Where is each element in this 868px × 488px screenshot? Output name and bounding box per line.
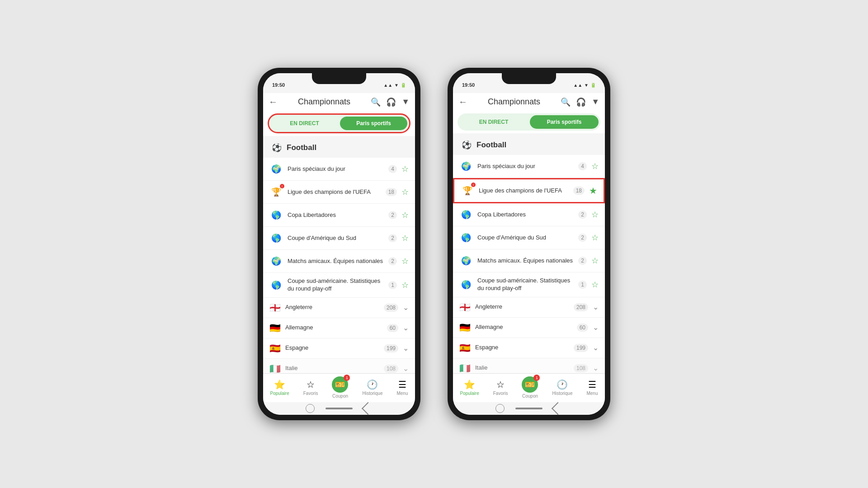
paris-speciaux-star-left[interactable]: ☆ [401,164,409,174]
list-item-copa-left[interactable]: 🌎 Copa Libertadores 2 ☆ [263,204,415,227]
nav-historique-left[interactable]: 🕐 Historique [362,379,382,396]
list-item-paris-speciaux-left[interactable]: 🌍 Paris spéciaux du jour 4 ☆ [263,158,415,181]
phone-frame-right: 19:50 ▲▲ ▼ 🔋 ← Championnats 🔍 🎧 ▼ [448,68,610,420]
home-btn-left[interactable] [306,404,315,413]
status-icons-left: ▲▲ ▼ 🔋 [383,83,406,88]
app-header-right: ← Championnats 🔍 🎧 ▼ [453,93,605,111]
list-item-ligue-right[interactable]: 🏆 ! Ligue des champions de l'UEFA 18 ★ [453,178,605,203]
nav-coupon-left[interactable]: 🎫 1 Coupon [332,376,348,399]
espagne-chevron-left[interactable]: ⌄ [403,344,409,352]
matchs-star-left[interactable]: ☆ [401,256,409,266]
coupe-amerique-star-left[interactable]: ☆ [401,233,409,243]
list-item-matchs-left[interactable]: 🌍 Matchs amicaux. Équipes nationales 2 ☆ [263,250,415,273]
coupe-sud-star-right[interactable]: ☆ [591,280,599,290]
content-area-right: ⚽ Football 🌍 Paris spéciaux du jour 4 ☆ … [453,133,605,373]
audio-icon-right[interactable]: 🎧 [576,97,586,107]
list-item-italie-left[interactable]: 🇮🇹 Italie 108 ⌄ [263,359,415,373]
status-time-left: 19:50 [272,82,285,88]
angleterre-flag-right: 🏴󠁧󠁢󠁥󠁮󠁧󠁿 [459,302,471,313]
home-btn-right[interactable] [495,404,505,413]
list-item-coupe-sud-right[interactable]: 🌎 Coupe sud-américaine. Statistiques du … [453,272,605,297]
tab-en-direct-right[interactable]: EN DIRECT [459,115,528,129]
angleterre-chevron-left[interactable]: ⌄ [403,303,409,312]
coupon-label-right: Coupon [522,394,538,399]
wifi-icon: ▼ [394,83,399,88]
phone-screen-right: 19:50 ▲▲ ▼ 🔋 ← Championnats 🔍 🎧 ▼ [453,73,605,415]
filter-icon-right[interactable]: ▼ [591,97,599,107]
back-button-left[interactable]: ← [269,97,278,107]
content-area-left: ⚽ Football 🌍 Paris spéciaux du jour 4 ☆ … [263,136,415,373]
italie-text-left: Italie [285,365,379,372]
list-item-ligue-left[interactable]: 🏆 ! Ligue des champions de l'UEFA 18 ☆ [263,181,415,204]
list-item-copa-right[interactable]: 🌎 Copa Libertadores 2 ☆ [453,203,605,226]
list-item-italie-right[interactable]: 🇮🇹 Italie 108 ⌄ [453,358,605,373]
back-btn-right[interactable] [552,402,564,415]
copa-star-right[interactable]: ☆ [591,210,599,220]
list-item-matchs-right[interactable]: 🌍 Matchs amicaux. Équipes nationales 2 ☆ [453,249,605,272]
nav-favoris-left[interactable]: ☆ Favoris [303,379,318,396]
nav-populaire-left[interactable]: ⭐ Populaire [270,379,289,396]
coupe-sud-text-left: Coupe sud-américaine. Statistiques du ro… [288,277,384,293]
ligue-star-left[interactable]: ☆ [401,187,409,197]
coupe-amerique-text-left: Coupe d'Amérique du Sud [288,235,384,242]
audio-icon-left[interactable]: 🎧 [386,97,396,107]
populaire-label-right: Populaire [460,391,479,396]
coupe-sud-star-left[interactable]: ☆ [401,280,409,290]
list-item-paris-speciaux-right[interactable]: 🌍 Paris spéciaux du jour 4 ☆ [453,155,605,178]
tab-en-direct-left[interactable]: EN DIRECT [271,117,338,130]
nav-menu-left[interactable]: ☰ Menu [396,379,408,396]
status-time-right: 19:50 [462,82,475,88]
list-item-allemagne-right[interactable]: 🇩🇪 Allemagne 60 ⌄ [453,318,605,338]
list-item-angleterre-left[interactable]: 🏴󠁧󠁢󠁥󠁮󠁧󠁿 Angleterre 208 ⌄ [263,298,415,318]
nav-populaire-right[interactable]: ⭐ Populaire [460,379,479,396]
menu-label-left: Menu [396,391,408,396]
angleterre-chevron-right[interactable]: ⌄ [593,303,599,311]
tab-paris-right[interactable]: Paris sportifs [530,115,599,129]
list-item-coupe-sud-left[interactable]: 🌎 Coupe sud-américaine. Statistiques du … [263,273,415,298]
italie-chevron-right[interactable]: ⌄ [593,364,599,372]
list-item-allemagne-left[interactable]: 🇩🇪 Allemagne 60 ⌄ [263,318,415,338]
search-icon-left[interactable]: 🔍 [371,97,381,107]
allemagne-chevron-right[interactable]: ⌄ [593,323,599,332]
ligue-star-right[interactable]: ★ [589,185,597,196]
home-bar-left[interactable] [326,408,353,409]
nav-coupon-right[interactable]: 🎫 1 Coupon [522,376,538,399]
list-item-espagne-left[interactable]: 🇪🇸 Espagne 199 ⌄ [263,338,415,359]
list-item-coupe-amerique-left[interactable]: 🌎 Coupe d'Amérique du Sud 2 ☆ [263,227,415,250]
filter-icon-left[interactable]: ▼ [401,97,410,107]
nav-historique-right[interactable]: 🕐 Historique [552,379,572,396]
allemagne-chevron-left[interactable]: ⌄ [403,324,409,332]
copa-text-left: Copa Libertadores [288,211,384,219]
paris-speciaux-icon-left: 🌍 [269,162,283,176]
coupe-amerique-icon-right: 🌎 [459,231,473,244]
nav-favoris-right[interactable]: ☆ Favoris [493,379,508,396]
espagne-chevron-right[interactable]: ⌄ [593,343,599,352]
signal-icon-right: ▲▲ [573,83,582,88]
search-icon-right[interactable]: 🔍 [561,97,571,107]
back-btn-left[interactable] [362,402,374,415]
coupon-icon-right: 🎫 1 [522,376,538,393]
coupe-amerique-star-right[interactable]: ☆ [591,233,599,243]
section-header-left: ⚽ Football [263,136,415,158]
matchs-star-right[interactable]: ☆ [591,256,599,266]
list-item-coupe-amerique-right[interactable]: 🌎 Coupe d'Amérique du Sud 2 ☆ [453,226,605,249]
tab-paris-left[interactable]: Paris sportifs [340,117,407,130]
copa-count-left: 2 [388,211,397,219]
nav-menu-right[interactable]: ☰ Menu [586,379,598,396]
list-item-espagne-right[interactable]: 🇪🇸 Espagne 199 ⌄ [453,338,605,358]
ligue-text-left: Ligue des champions de l'UEFA [288,188,381,196]
list-item-angleterre-right[interactable]: 🏴󠁧󠁢󠁥󠁮󠁧󠁿 Angleterre 208 ⌄ [453,297,605,318]
italie-chevron-left[interactable]: ⌄ [403,364,409,373]
app-header-left: ← Championnats 🔍 🎧 ▼ [263,93,415,111]
home-bar-right[interactable] [515,408,542,409]
paris-speciaux-star-right[interactable]: ☆ [591,161,599,171]
italie-count-left: 108 [384,365,398,373]
home-indicator-right [453,402,605,415]
espagne-text-left: Espagne [285,344,379,352]
wifi-icon-right: ▼ [584,83,589,88]
ligue-badge-right: ! [471,183,476,187]
tabs-container-left: EN DIRECT Paris sportifs [268,113,410,133]
copa-star-left[interactable]: ☆ [401,210,409,220]
back-button-right[interactable]: ← [458,97,467,107]
allemagne-count-left: 60 [387,324,398,332]
